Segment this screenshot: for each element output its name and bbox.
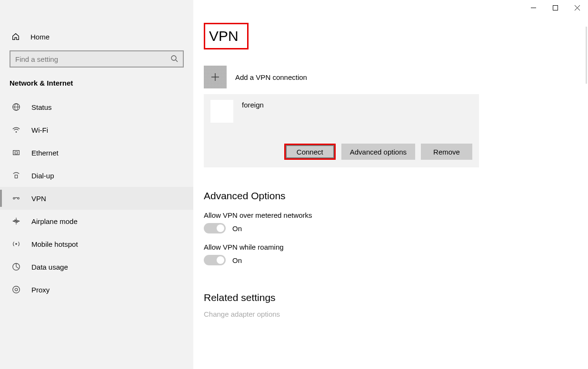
toggle-state: On: [232, 224, 242, 233]
svg-point-17: [13, 286, 20, 293]
add-vpn-label: Add a VPN connection: [235, 73, 307, 81]
related-settings-heading: Related settings: [204, 292, 588, 303]
dialup-icon: [11, 171, 21, 180]
svg-point-14: [18, 197, 20, 199]
data-icon: [11, 262, 21, 271]
sidebar-item-dialup[interactable]: Dial-up: [0, 164, 193, 187]
option-label: Allow VPN while roaming: [204, 243, 588, 251]
search-field[interactable]: [15, 55, 170, 63]
category-heading: Network & Internet: [0, 77, 193, 96]
sidebar-item-label: Ethernet: [31, 149, 59, 157]
svg-rect-11: [15, 152, 17, 154]
sidebar-item-hotspot[interactable]: Mobile hotspot: [0, 233, 193, 255]
svg-point-15: [15, 243, 17, 245]
sidebar-item-label: VPN: [31, 194, 46, 203]
airplane-icon: [11, 217, 21, 225]
main-content: VPN Add a VPN connection foreign Connect…: [193, 0, 588, 369]
sidebar-item-label: Data usage: [31, 263, 68, 271]
metered-toggle[interactable]: [204, 223, 226, 233]
plus-icon: [204, 66, 227, 88]
sidebar-item-label: Airplane mode: [31, 217, 78, 225]
sidebar-item-ethernet[interactable]: Ethernet: [0, 141, 193, 164]
wifi-icon: [11, 126, 21, 134]
vpn-connection-name: foreign: [242, 101, 264, 109]
vpn-icon: [11, 194, 21, 203]
search-icon: [170, 55, 178, 64]
roaming-toggle[interactable]: [204, 255, 226, 265]
scrollbar[interactable]: [586, 27, 587, 84]
ethernet-icon: [11, 148, 21, 157]
sidebar-item-status[interactable]: Status: [0, 96, 193, 118]
svg-point-4: [171, 56, 176, 60]
globe-icon: [11, 103, 21, 111]
advanced-options-button[interactable]: Advanced options: [341, 144, 415, 160]
svg-point-18: [15, 288, 17, 291]
sidebar-item-label: Wi-Fi: [31, 126, 48, 134]
sidebar-item-wifi[interactable]: Wi-Fi: [0, 118, 193, 141]
sidebar-item-label: Mobile hotspot: [31, 240, 78, 248]
vpn-connection-card[interactable]: foreign Connect Advanced options Remove: [204, 94, 479, 167]
page-title: VPN: [204, 23, 249, 49]
sidebar: Home Network & Internet Status Wi-Fi Eth…: [0, 0, 193, 369]
home-icon: [11, 32, 21, 41]
add-vpn-button[interactable]: Add a VPN connection: [204, 66, 588, 88]
advanced-options-heading: Advanced Options: [204, 190, 588, 202]
change-adapter-link[interactable]: Change adapter options: [204, 310, 588, 318]
sidebar-home[interactable]: Home: [0, 28, 193, 46]
sidebar-item-datausage[interactable]: Data usage: [0, 255, 193, 278]
home-label: Home: [30, 33, 50, 41]
svg-rect-12: [15, 175, 17, 178]
svg-point-9: [16, 131, 17, 133]
svg-line-5: [176, 60, 178, 62]
sidebar-item-airplane[interactable]: Airplane mode: [0, 210, 193, 233]
remove-button[interactable]: Remove: [421, 144, 472, 160]
option-label: Allow VPN over metered networks: [204, 211, 588, 219]
proxy-icon: [11, 285, 21, 294]
svg-point-13: [13, 197, 15, 199]
connect-button[interactable]: Connect: [284, 144, 336, 160]
search-input[interactable]: [10, 50, 184, 68]
hotspot-icon: [11, 240, 21, 248]
sidebar-item-proxy[interactable]: Proxy: [0, 278, 193, 301]
vpn-connection-icon: [210, 100, 233, 123]
sidebar-item-vpn[interactable]: VPN: [0, 187, 193, 210]
toggle-state: On: [232, 256, 242, 264]
sidebar-item-label: Proxy: [31, 286, 50, 294]
sidebar-item-label: Status: [31, 103, 52, 111]
sidebar-item-label: Dial-up: [31, 172, 54, 180]
